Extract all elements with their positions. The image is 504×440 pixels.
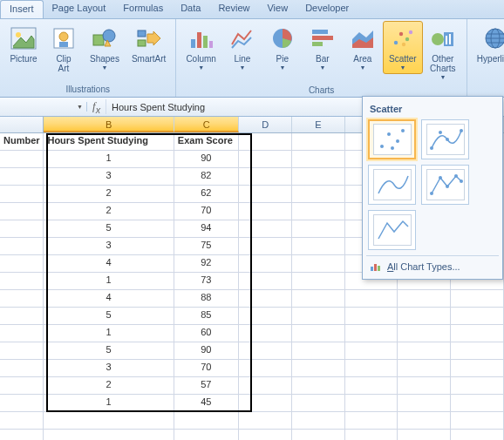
cell[interactable] (451, 377, 504, 395)
cell[interactable] (398, 290, 451, 308)
col-header-c[interactable]: C (174, 117, 239, 132)
cell[interactable] (239, 255, 292, 273)
scatter-straight-lines[interactable] (368, 210, 416, 250)
cell[interactable] (0, 377, 44, 395)
cell[interactable] (398, 325, 451, 342)
clip-art-button[interactable]: ClipArt (44, 21, 84, 77)
cell[interactable]: 88 (174, 290, 239, 308)
cell[interactable]: 2 (44, 203, 174, 220)
col-header-b[interactable]: B (44, 117, 174, 132)
cell[interactable] (0, 395, 44, 412)
cell[interactable]: 3 (44, 360, 174, 377)
cell[interactable] (239, 238, 292, 255)
cell[interactable] (345, 377, 398, 395)
cell[interactable]: 57 (174, 377, 239, 395)
cell[interactable] (292, 133, 345, 151)
cell[interactable] (0, 168, 44, 186)
other-charts-button[interactable]: OtherCharts ▼ (423, 21, 463, 84)
fx-icon[interactable]: fx (87, 99, 106, 115)
cell[interactable]: 4 (44, 255, 174, 273)
cell[interactable]: 94 (174, 220, 239, 238)
cell[interactable] (0, 430, 44, 440)
cell[interactable]: 90 (174, 342, 239, 360)
cell[interactable]: 4 (44, 290, 174, 308)
cell[interactable] (451, 342, 504, 360)
cell[interactable] (451, 360, 504, 377)
cell[interactable]: 45 (174, 395, 239, 412)
cell[interactable] (174, 430, 239, 440)
cell[interactable]: 1 (44, 151, 174, 168)
cell[interactable]: 75 (174, 238, 239, 255)
cell[interactable]: 60 (174, 325, 239, 342)
cell[interactable]: 5 (44, 342, 174, 360)
select-all-corner[interactable] (0, 117, 44, 132)
cell[interactable] (239, 360, 292, 377)
hyperlink-button[interactable]: Hyperlink (471, 21, 504, 67)
cell[interactable]: 92 (174, 255, 239, 273)
cell[interactable] (292, 238, 345, 255)
cell[interactable]: 1 (44, 325, 174, 342)
cell[interactable] (239, 377, 292, 395)
cell[interactable] (451, 325, 504, 342)
cell[interactable] (345, 342, 398, 360)
cell[interactable] (0, 186, 44, 203)
scatter-chart-button[interactable]: Scatter ▼ (383, 21, 423, 74)
cell[interactable] (292, 255, 345, 273)
cell[interactable]: 1 (44, 273, 174, 290)
cell[interactable]: 5 (44, 308, 174, 325)
cell[interactable] (451, 430, 504, 440)
cell[interactable] (292, 325, 345, 342)
cell[interactable] (451, 412, 504, 430)
cell[interactable] (345, 430, 398, 440)
tab-insert[interactable]: Insert (0, 0, 44, 18)
cell[interactable] (0, 342, 44, 360)
cell[interactable]: 90 (174, 151, 239, 168)
cell[interactable] (398, 395, 451, 412)
cell[interactable] (239, 203, 292, 220)
cell[interactable] (239, 430, 292, 440)
cell[interactable] (345, 325, 398, 342)
cell[interactable] (451, 395, 504, 412)
area-chart-button[interactable]: Area ▼ (343, 21, 383, 74)
cell[interactable] (292, 360, 345, 377)
cell[interactable] (0, 238, 44, 255)
line-chart-button[interactable]: Line ▼ (222, 21, 262, 74)
cell[interactable] (239, 151, 292, 168)
cell[interactable] (0, 290, 44, 308)
cell[interactable] (239, 186, 292, 203)
cell[interactable] (0, 220, 44, 238)
cell[interactable] (292, 273, 345, 290)
cell[interactable] (239, 133, 292, 151)
scatter-smooth-lines[interactable] (368, 165, 416, 205)
cell[interactable]: 73 (174, 273, 239, 290)
col-header-d[interactable]: D (239, 117, 292, 132)
cell[interactable] (44, 430, 174, 440)
cell[interactable]: 3 (44, 168, 174, 186)
cell[interactable] (239, 395, 292, 412)
cell[interactable] (0, 255, 44, 273)
cell[interactable] (345, 360, 398, 377)
cell[interactable] (451, 308, 504, 325)
pie-chart-button[interactable]: Pie ▼ (262, 21, 303, 74)
cell[interactable] (292, 151, 345, 168)
cell[interactable] (239, 168, 292, 186)
cell[interactable] (292, 412, 345, 430)
scatter-smooth-markers[interactable] (421, 119, 469, 159)
tab-view[interactable]: View (258, 0, 296, 18)
cell[interactable] (345, 395, 398, 412)
cell[interactable] (239, 273, 292, 290)
cell[interactable] (451, 290, 504, 308)
cell[interactable] (239, 308, 292, 325)
cell[interactable] (292, 395, 345, 412)
cell[interactable] (0, 273, 44, 290)
cell[interactable] (239, 412, 292, 430)
cell[interactable]: 70 (174, 203, 239, 220)
cell[interactable]: Number (0, 133, 44, 151)
cell[interactable] (0, 308, 44, 325)
cell[interactable]: 1 (44, 395, 174, 412)
cell[interactable] (398, 360, 451, 377)
cell[interactable] (292, 290, 345, 308)
bar-chart-button[interactable]: Bar ▼ (303, 21, 343, 74)
cell[interactable] (239, 342, 292, 360)
cell[interactable] (345, 308, 398, 325)
